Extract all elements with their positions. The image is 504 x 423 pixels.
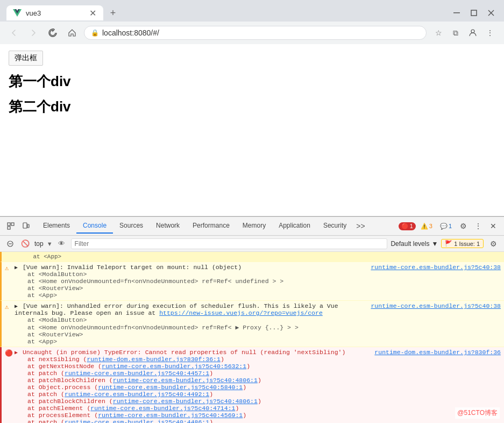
- warn-icon-2: ⚠: [5, 303, 9, 311]
- tab-sources[interactable]: Sources: [113, 218, 150, 234]
- svg-rect-5: [8, 223, 10, 225]
- warn-2-chevron[interactable]: ▶: [15, 304, 18, 309]
- stack-line: at <RouterView>: [23, 331, 501, 338]
- tab-search-button[interactable]: ⧉: [448, 25, 463, 40]
- filter-input[interactable]: [71, 238, 388, 249]
- context-arrow[interactable]: ▼: [47, 241, 53, 247]
- bookmark-star-button[interactable]: ☆: [431, 25, 446, 40]
- stack-link[interactable]: runtime-core.esm-bundler.js?5c40:5632:1: [102, 363, 246, 370]
- stack-line: at <Home onVnodeUnmounted=fn<onVnodeUnmo…: [23, 323, 501, 331]
- lock-icon: 🔒: [91, 29, 99, 37]
- vue-issue-link[interactable]: https://new-issue.vuejs.org/?repo=vuejs/…: [159, 309, 323, 316]
- forward-button[interactable]: [26, 25, 41, 40]
- close-window-button[interactable]: [485, 6, 498, 19]
- warn-2-stack: at <ModalButton> at <Home onVnodeUnmount…: [15, 316, 501, 345]
- stack-link[interactable]: runtime-dom.esm-bundler.js?830f:36:1: [87, 356, 220, 363]
- stack-line: at <App>: [23, 338, 501, 345]
- address-text: localhost:8080/#/: [102, 29, 159, 37]
- msg-count-badge[interactable]: 💬 1: [437, 222, 455, 230]
- warn-1-text: ▶ [Vue warn]: Invalid Teleport target on…: [15, 264, 366, 271]
- maximize-button[interactable]: [467, 6, 480, 19]
- address-bar: 🔒 localhost:8080/#/ ☆ ⧉ ⋮: [0, 22, 504, 44]
- console-toolbar: 🚫 top ▼ 👁 Default levels ▼ 🚩 1 Issue: 1 …: [0, 236, 504, 252]
- tab-application[interactable]: Application: [272, 218, 317, 234]
- new-tab-button[interactable]: +: [105, 5, 120, 20]
- minimize-button[interactable]: [450, 6, 463, 19]
- more-tabs-button[interactable]: >>: [353, 220, 368, 232]
- title-bar: vue3 ✕ +: [0, 0, 504, 22]
- tab-console[interactable]: Console: [76, 218, 113, 234]
- warn-2-first-line: ▶ [Vue warn]: Unhandled error during exe…: [15, 302, 501, 316]
- console-messages[interactable]: at <App> ⚠ ▶ [Vue warn]: Invalid Telepor…: [0, 252, 504, 423]
- warn-count-badge[interactable]: ⚠️ 3: [418, 222, 435, 230]
- stack-line: at <Home onVnodeUnmounted=fn<onVnodeUnmo…: [23, 278, 501, 285]
- error-1-link[interactable]: runtime-dom.esm-bundler.js?830f:36: [374, 349, 501, 356]
- console-message-error-1: 🔴 ▶ Uncaught (in promise) TypeError: Can…: [0, 347, 504, 423]
- issue-flag-icon: 🚩: [445, 240, 452, 247]
- issue-badge[interactable]: 🚩 1 Issue: 1: [441, 239, 484, 248]
- browser-tab[interactable]: vue3 ✕: [6, 5, 103, 20]
- toolbar-right: ☆ ⧉ ⋮: [431, 25, 498, 40]
- popup-button[interactable]: 弹出框: [9, 51, 43, 66]
- stack-line: at <App>: [23, 292, 501, 299]
- stack-line: at patch (runtime-core.esm-bundler.js?5c…: [23, 370, 501, 377]
- devtools-more-button[interactable]: ⋮: [472, 220, 485, 232]
- stack-line: at processElement (runtime-core.esm-bund…: [23, 412, 501, 419]
- svg-point-4: [471, 30, 474, 33]
- clear-console-button[interactable]: [4, 238, 16, 250]
- stack-line: at <ModalButton>: [23, 316, 501, 323]
- stack-link[interactable]: runtime-core.esm-bundler.js?5c40:4486:1: [65, 419, 209, 423]
- address-input[interactable]: 🔒 localhost:8080/#/: [84, 26, 427, 40]
- svg-rect-9: [27, 224, 29, 228]
- more-options-button[interactable]: ⋮: [482, 25, 498, 40]
- device-mode-button[interactable]: [19, 220, 32, 232]
- home-button[interactable]: [65, 25, 80, 40]
- tab-elements[interactable]: Elements: [37, 218, 76, 234]
- error-1-chevron[interactable]: ▶: [15, 350, 18, 356]
- error-count-badge[interactable]: 🔴 1: [399, 222, 416, 230]
- reload-button[interactable]: [45, 25, 60, 40]
- error-1-first-line: ▶ Uncaught (in promise) TypeError: Canno…: [15, 349, 501, 356]
- stack-link[interactable]: runtime-core.esm-bundler.js?5c40:4492:1: [65, 391, 209, 398]
- stack-line: at patchBlockChildren (runtime-core.esm-…: [23, 398, 501, 405]
- warn-2-link[interactable]: runtime-core.esm-bundler.js?5c40:38: [371, 302, 501, 309]
- back-button[interactable]: [6, 25, 22, 40]
- stack-link[interactable]: runtime-core.esm-bundler.js?5c40:4714:1: [90, 405, 235, 412]
- stack-link[interactable]: runtime-core.esm-bundler.js?5c40:4457:1: [65, 370, 209, 377]
- stack-line: at <ModalButton>: [23, 271, 501, 278]
- devtools-settings-button[interactable]: ⚙: [457, 220, 470, 232]
- devtools-panel: Elements Console Sources Network Perform…: [0, 216, 504, 423]
- stack-link[interactable]: runtime-core.esm-bundler.js?5c40:4569:1: [98, 412, 243, 419]
- filter-button[interactable]: 🚫: [19, 238, 31, 250]
- inspect-element-button[interactable]: [4, 220, 17, 232]
- console-message-warn-2: ⚠ ▶ [Vue warn]: Unhandled error during e…: [0, 301, 504, 347]
- error-icon: 🔴: [401, 223, 409, 230]
- profile-button[interactable]: [465, 25, 480, 40]
- level-selector[interactable]: Default levels ▼: [391, 240, 438, 248]
- warn-1-link[interactable]: runtime-core.esm-bundler.js?5c40:38: [371, 264, 501, 271]
- page-content: 弹出框 第一个div 第二个div: [0, 44, 504, 216]
- devtools-tabbar: Elements Console Sources Network Perform…: [0, 217, 504, 236]
- stack-line: at nextSibling (runtime-dom.esm-bundler.…: [23, 356, 501, 363]
- second-div: 第二个div: [9, 97, 495, 116]
- stack-line: at getNextHostNode (runtime-core.esm-bun…: [23, 363, 501, 370]
- console-settings-button[interactable]: ⚙: [487, 237, 500, 250]
- stack-link[interactable]: runtime-core.esm-bundler.js?5c40:4806:1: [113, 377, 258, 384]
- svg-rect-6: [11, 223, 14, 225]
- tab-network[interactable]: Network: [150, 218, 186, 234]
- eye-button[interactable]: 👁: [56, 238, 68, 250]
- tab-close-button[interactable]: ✕: [88, 9, 97, 17]
- devtools-close-button[interactable]: ✕: [487, 220, 500, 232]
- stack-line: at Object.process (runtime-core.esm-bund…: [23, 384, 501, 391]
- devtools-tab-right: 🔴 1 ⚠️ 3 💬 1 ⚙ ⋮ ✕: [399, 220, 500, 232]
- tab-security[interactable]: Security: [317, 218, 353, 234]
- warn-2-text: ▶ [Vue warn]: Unhandled error during exe…: [15, 302, 366, 316]
- stack-link[interactable]: runtime-core.esm-bundler.js?5c40:5840:1: [98, 384, 243, 391]
- context-selector[interactable]: top: [34, 240, 44, 248]
- stack-link[interactable]: runtime-core.esm-bundler.js?5c40:4806:1: [113, 398, 258, 405]
- tab-performance[interactable]: Performance: [186, 218, 236, 234]
- warn-1-chevron[interactable]: ▶: [15, 265, 18, 271]
- error-icon-1: 🔴: [5, 349, 13, 357]
- tab-memory[interactable]: Memory: [236, 218, 272, 234]
- stack-line: at patchElement (runtime-core.esm-bundle…: [23, 405, 501, 412]
